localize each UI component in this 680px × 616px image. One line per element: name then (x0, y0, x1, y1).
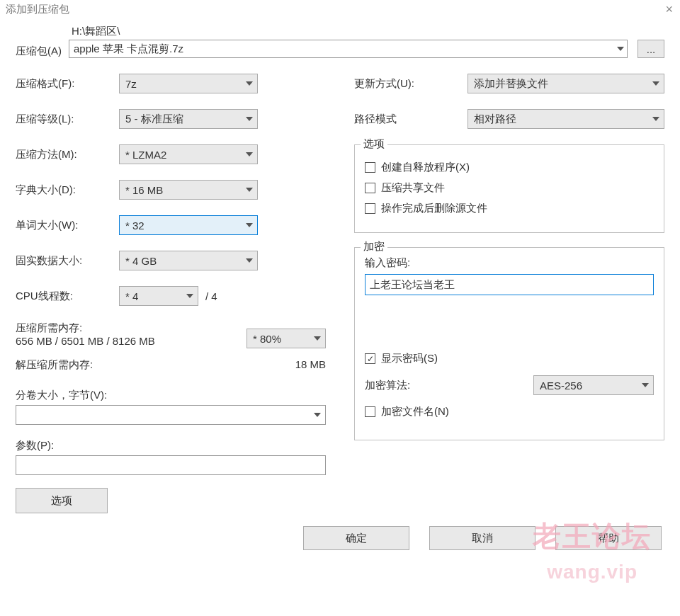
close-icon[interactable]: × (665, 2, 673, 17)
format-label: 压缩格式(F): (16, 77, 119, 91)
help-button[interactable]: 帮助 (555, 526, 662, 550)
sfx-checkbox[interactable] (365, 162, 375, 173)
chevron-down-icon (186, 294, 193, 298)
chevron-down-icon (246, 81, 253, 86)
options-legend: 选项 (361, 137, 387, 151)
update-label: 更新方式(U): (354, 77, 468, 91)
format-select[interactable]: 7z (119, 74, 258, 93)
chevron-down-icon (617, 47, 624, 51)
level-select[interactable]: 5 - 标准压缩 (119, 109, 258, 129)
options-button[interactable]: 选项 (16, 488, 108, 513)
dict-select[interactable]: * 16 MB (119, 180, 258, 200)
chevron-down-icon (246, 152, 253, 156)
archive-filename-combo[interactable]: apple 苹果 卡点混剪.7z (69, 40, 628, 58)
browse-button[interactable]: ... (638, 40, 664, 58)
archive-path: H:\舞蹈区\ (69, 25, 664, 38)
chevron-down-icon (652, 81, 659, 86)
archive-filename: apple 苹果 卡点混剪.7z (74, 42, 183, 56)
encryption-fieldset: 加密 输入密码: 上老王论坛当老王 ✓ 显示密码(S) 加密算法: AES-25… (354, 247, 664, 440)
right-column: 更新方式(U): 添加并替换文件 路径模式 相对路径 选项 创建自释放程序(X) (354, 74, 664, 513)
solid-label: 固实数据大小: (16, 254, 119, 268)
options-fieldset: 选项 创建自释放程序(X) 压缩共享文件 操作完成后删除源文件 (354, 144, 664, 233)
word-select[interactable]: * 32 (119, 215, 258, 235)
enc-alg-label: 加密算法: (365, 379, 410, 392)
dialog-content: 压缩包(A) H:\舞蹈区\ apple 苹果 卡点混剪.7z ... 压缩格式… (0, 19, 680, 519)
ok-button[interactable]: 确定 (303, 526, 409, 550)
window-title: 添加到压缩包 (6, 3, 69, 16)
chevron-down-icon (246, 258, 253, 263)
title-bar: 添加到压缩包 × (0, 0, 680, 19)
chevron-down-icon (652, 117, 659, 121)
chevron-down-icon (246, 188, 253, 192)
shared-checkbox[interactable] (365, 183, 375, 193)
encrypt-names-checkbox[interactable] (365, 406, 375, 417)
decomp-value: 18 MB (295, 358, 326, 372)
pathmode-select[interactable]: 相对路径 (468, 109, 664, 129)
dict-label: 字典大小(D): (16, 183, 119, 197)
archive-label: 压缩包(A) (16, 25, 62, 58)
split-label: 分卷大小，字节(V): (16, 389, 326, 402)
memory-value: 656 MB / 6501 MB / 8126 MB (16, 335, 155, 347)
cpu-label: CPU线程数: (16, 290, 119, 303)
enc-alg-select[interactable]: AES-256 (533, 375, 654, 395)
update-select[interactable]: 添加并替换文件 (468, 74, 664, 93)
chevron-down-icon (642, 383, 649, 387)
cancel-button[interactable]: 取消 (429, 526, 536, 550)
chevron-down-icon (314, 413, 321, 417)
solid-select[interactable]: * 4 GB (119, 251, 258, 270)
method-select[interactable]: * LZMA2 (119, 144, 258, 164)
watermark-url: wang.vip (547, 561, 638, 583)
split-combo[interactable] (16, 405, 326, 425)
archive-row: 压缩包(A) H:\舞蹈区\ apple 苹果 卡点混剪.7z ... (16, 25, 664, 58)
show-password-label: 显示密码(S) (381, 352, 438, 365)
chevron-down-icon (314, 336, 321, 341)
shared-label: 压缩共享文件 (381, 181, 445, 195)
cpu-max: / 4 (205, 290, 217, 302)
cpu-select[interactable]: * 4 (119, 286, 198, 306)
encryption-legend: 加密 (361, 240, 387, 253)
sfx-label: 创建自释放程序(X) (381, 161, 470, 174)
dialog-buttons: 确定 取消 帮助 (0, 519, 680, 550)
level-label: 压缩等级(L): (16, 113, 119, 126)
chevron-down-icon (246, 223, 253, 227)
method-label: 压缩方法(M): (16, 148, 119, 161)
left-column: 压缩格式(F): 7z 压缩等级(L): 5 - 标准压缩 压缩方法(M): *… (16, 74, 326, 513)
memory-label: 压缩所需内存: (16, 321, 155, 335)
password-label: 输入密码: (365, 256, 654, 270)
encrypt-names-label: 加密文件名(N) (381, 405, 449, 418)
decomp-label: 解压缩所需内存: (16, 358, 93, 372)
show-password-checkbox[interactable]: ✓ (365, 353, 375, 364)
delete-label: 操作完成后删除源文件 (381, 202, 487, 215)
password-input[interactable]: 上老王论坛当老王 (365, 274, 654, 295)
delete-checkbox[interactable] (365, 203, 375, 214)
memory-pct-select[interactable]: * 80% (246, 329, 326, 348)
params-input[interactable] (16, 455, 326, 475)
pathmode-label: 路径模式 (354, 113, 468, 126)
word-label: 单词大小(W): (16, 219, 119, 232)
params-label: 参数(P): (16, 439, 326, 452)
chevron-down-icon (246, 117, 253, 121)
